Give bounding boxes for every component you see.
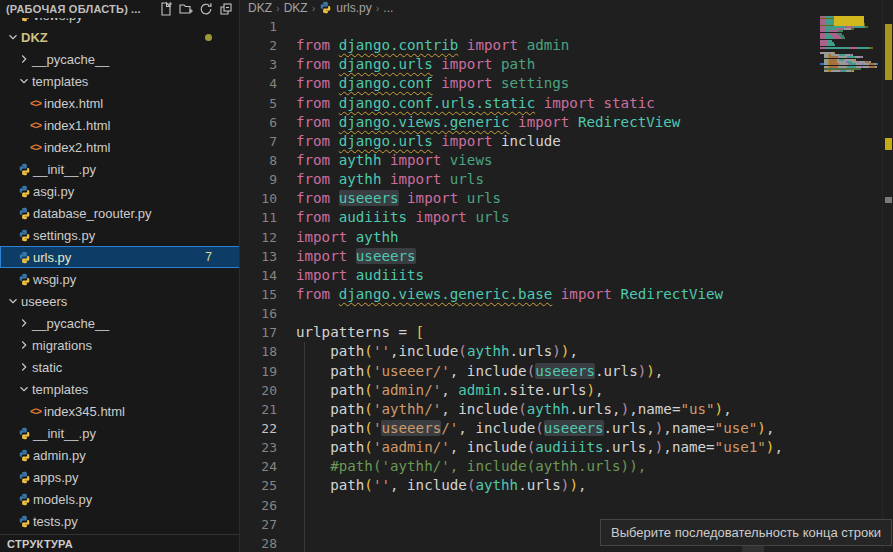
code-line-12[interactable]: 12import aythh xyxy=(241,228,816,247)
tree-item-wsgi-py[interactable]: wsgi.py xyxy=(0,268,240,290)
tree-item--pycache-[interactable]: __pycache__ xyxy=(0,312,240,334)
line-number: 4 xyxy=(241,74,277,93)
tree-item-tests-py[interactable]: tests.py xyxy=(0,510,240,532)
tree-item-label: DKZ xyxy=(21,30,48,45)
code-line-2[interactable]: 2from django.contrib import admin xyxy=(241,36,816,55)
python-file-icon xyxy=(16,447,33,463)
tree-item-label: admin.py xyxy=(33,448,86,463)
tree-item-index-html[interactable]: <>index.html xyxy=(0,92,240,114)
editor-pane: DKZ › DKZ › urls.py › ... 12from django.… xyxy=(241,0,893,552)
problems-count-badge: 7 xyxy=(205,250,212,264)
refresh-icon[interactable] xyxy=(196,1,216,17)
code-line-3[interactable]: 3from django.urls import path xyxy=(241,55,816,74)
tree-item-templates[interactable]: templates xyxy=(0,378,240,400)
line-number: 26 xyxy=(241,496,277,515)
tree-item-dkz[interactable]: DKZ xyxy=(0,26,240,48)
tree-item-database-roouter-py[interactable]: database_roouter.py xyxy=(0,202,240,224)
line-number: 12 xyxy=(241,228,277,247)
tree-item-label: tests.py xyxy=(33,514,78,529)
tree-item--init-py[interactable]: __init__.py xyxy=(0,158,240,180)
breadcrumb-item-file[interactable]: urls.py xyxy=(336,1,371,15)
tree-item--pycache-[interactable]: __pycache__ xyxy=(0,48,240,70)
code-text: path('useeers/', include(useeers.urls,),… xyxy=(296,419,774,438)
code-line-11[interactable]: 11from audiiits import urls xyxy=(241,208,816,227)
tree-item-asgi-py[interactable]: asgi.py xyxy=(0,180,240,202)
tree-item--init-py[interactable]: __init__.py xyxy=(0,422,240,444)
python-file-icon xyxy=(16,249,33,265)
code-line-15[interactable]: 15from django.views.generic.base import … xyxy=(241,285,816,304)
tree-item-static[interactable]: static xyxy=(0,356,240,378)
collapse-all-icon[interactable] xyxy=(216,1,236,17)
code-text: from django.conf.urls.static import stat… xyxy=(296,94,655,113)
breadcrumb-item-symbol[interactable]: ... xyxy=(383,1,393,15)
breadcrumb-item-root[interactable]: DKZ xyxy=(248,1,272,15)
python-file-icon xyxy=(16,161,33,177)
tree-item-label: urls.py xyxy=(33,250,71,265)
indent-guide xyxy=(304,534,305,552)
code-line-10[interactable]: 10from useeers import urls xyxy=(241,189,816,208)
tree-item-templates[interactable]: templates xyxy=(0,70,240,92)
breadcrumb-item-folder[interactable]: DKZ xyxy=(284,1,308,15)
code-text: path('', include(aythh.urls)), xyxy=(296,476,587,495)
code-line-21[interactable]: 21 path('aythh/', include(aythh.urls,),n… xyxy=(241,400,816,419)
minimap[interactable] xyxy=(820,14,878,80)
code-line-25[interactable]: 25 path('', include(aythh.urls)), xyxy=(241,476,816,495)
new-folder-icon[interactable] xyxy=(176,1,196,17)
ruler-mark xyxy=(885,197,892,203)
code-text: from audiiits import urls xyxy=(296,208,510,227)
statusbar-tooltip: Выберите последовательность конца строки xyxy=(600,519,892,546)
tree-item-models-py[interactable]: models.py xyxy=(0,488,240,510)
tree-item-migrations[interactable]: migrations xyxy=(0,334,240,356)
code-line-13[interactable]: 13import useeers xyxy=(241,247,816,266)
code-line-24[interactable]: 24 #path('aythh/', include(aythh.urls)), xyxy=(241,457,816,476)
code-line-23[interactable]: 23 path('aadmin/', include(audiiits.urls… xyxy=(241,438,816,457)
line-number: 14 xyxy=(241,266,277,285)
breadcrumb[interactable]: DKZ › DKZ › urls.py › ... xyxy=(241,0,893,16)
line-number: 16 xyxy=(241,304,277,323)
code-line-19[interactable]: 19 path('useeer/', include(useeers.urls)… xyxy=(241,362,816,381)
code-line-9[interactable]: 9from aythh import urls xyxy=(241,170,816,189)
more-actions-button[interactable]: ... xyxy=(131,3,141,15)
line-number: 22 xyxy=(241,419,277,438)
code-line-8[interactable]: 8from aythh import views xyxy=(241,151,816,170)
line-number: 21 xyxy=(241,400,277,419)
new-file-icon[interactable] xyxy=(156,1,176,17)
chevron-right-icon xyxy=(16,359,32,375)
tree-item-settings-py[interactable]: settings.py xyxy=(0,224,240,246)
code-area[interactable]: 12from django.contrib import admin3from … xyxy=(241,17,816,552)
line-number: 6 xyxy=(241,113,277,132)
tree-item-index1-html[interactable]: <>index1.html xyxy=(0,114,240,136)
code-line-22[interactable]: 22 path('useeers/', include(useeers.urls… xyxy=(241,419,816,438)
code-line-5[interactable]: 5from django.conf.urls.static import sta… xyxy=(241,94,816,113)
line-number: 11 xyxy=(241,208,277,227)
code-line-16[interactable]: 16 xyxy=(241,304,816,323)
code-text: from aythh import views xyxy=(296,151,493,170)
tree-item-index2-html[interactable]: <>index2.html xyxy=(0,136,240,158)
statusbar-hover-item[interactable] xyxy=(742,546,764,552)
outline-section-header[interactable]: СТРУКТУРА xyxy=(0,534,240,552)
html-file-icon: <> xyxy=(27,139,44,155)
explorer-section-header[interactable]: (РАБОЧАЯ ОБЛАСТЬ) ... xyxy=(0,0,240,18)
code-text: path('aythh/', include(aythh.urls,),name… xyxy=(296,400,732,419)
tree-item-index345-html[interactable]: <>index345.html xyxy=(0,400,240,422)
overview-ruler[interactable] xyxy=(882,0,893,552)
code-line-14[interactable]: 14import audiiits xyxy=(241,266,816,285)
chevron-right-icon xyxy=(16,51,32,67)
code-line-26[interactable]: 26 xyxy=(241,496,816,515)
tree-item-useeers[interactable]: useeers xyxy=(0,290,240,312)
code-line-18[interactable]: 18 path('',include(aythh.urls)), xyxy=(241,342,816,361)
code-line-7[interactable]: 7from django.urls import include xyxy=(241,132,816,151)
code-text: import useeers xyxy=(296,247,416,266)
tree-item-label: __init__.py xyxy=(33,162,96,177)
code-line-1[interactable]: 1 xyxy=(241,17,816,36)
tree-item-label: index345.html xyxy=(44,404,125,419)
chevron-down-icon xyxy=(5,29,21,45)
tree-item-apps-py[interactable]: apps.py xyxy=(0,466,240,488)
code-line-6[interactable]: 6from django.views.generic import Redire… xyxy=(241,113,816,132)
tree-item-urls-py[interactable]: urls.py7 xyxy=(0,246,240,268)
code-line-4[interactable]: 4from django.conf import settings xyxy=(241,74,816,93)
code-text: urlpatterns = [ xyxy=(296,323,424,342)
code-line-17[interactable]: 17urlpatterns = [ xyxy=(241,323,816,342)
code-line-20[interactable]: 20 path('admin/', admin.site.urls), xyxy=(241,381,816,400)
tree-item-admin-py[interactable]: admin.py xyxy=(0,444,240,466)
